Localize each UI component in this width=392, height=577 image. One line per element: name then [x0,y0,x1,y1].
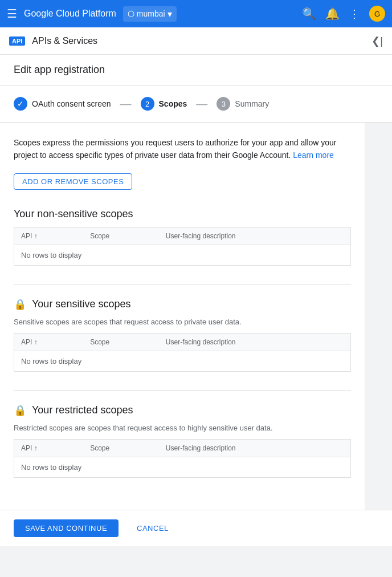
non-sensitive-table: API ↑ Scope User-facing description No r… [14,227,351,266]
top-nav: ☰ Google Cloud Platform ⬡ mumbai ▾ 🔍 🔔 ⋮… [0,0,392,27]
sensitive-description: Sensitive scopes are scopes that request… [14,318,351,326]
restricted-col-desc: User-facing description [159,439,351,457]
footer-buttons: SAVE AND CONTINUE CANCEL [0,510,392,546]
sensitive-col-api: API ↑ [14,333,84,351]
non-sensitive-col-api: API ↑ [14,227,84,245]
non-sensitive-col-desc: User-facing description [159,227,351,245]
sensitive-empty: No rows to display [14,351,351,371]
save-and-continue-button[interactable]: SAVE AND CONTINUE [14,519,119,537]
sensitive-title: 🔒 Your sensitive scopes [14,298,351,311]
stepper: ✓ OAuth consent screen — 2 Scopes — 3 Su… [0,86,392,123]
restricted-title: 🔒 Your restricted scopes [14,404,351,417]
content-area: Scopes express the permissions you reque… [0,123,365,510]
step-3: 3 Summary [217,97,269,111]
cancel-button[interactable]: CANCEL [125,519,180,537]
step-1-circle: ✓ [14,97,27,111]
more-icon[interactable]: ⋮ [349,7,360,21]
api-badge: API [9,36,25,46]
step-3-label: Summary [235,99,269,108]
secondary-nav-title: APIs & Services [32,36,365,46]
app-title: Google Cloud Platform [24,9,116,19]
menu-icon[interactable]: ☰ [7,7,17,21]
table-row: No rows to display [14,351,351,371]
project-selector[interactable]: ⬡ mumbai ▾ [123,6,177,22]
sensitive-table: API ↑ Scope User-facing description No r… [14,333,351,372]
step-3-circle: 3 [217,97,230,111]
restricted-section: 🔒 Your restricted scopes Restricted scop… [14,404,351,478]
non-sensitive-empty: No rows to display [14,245,351,265]
restricted-sort-icon[interactable]: ↑ [34,444,38,452]
lock-icon: 🔒 [14,298,26,311]
non-sensitive-section: Your non-sensitive scopes API ↑ Scope Us… [14,208,351,266]
project-name: mumbai [137,9,165,18]
table-row: No rows to display [14,245,351,265]
page-header: Edit app registration [0,55,392,86]
add-scopes-button[interactable]: ADD OR REMOVE SCOPES [14,173,132,190]
top-nav-icons: 🔍 🔔 ⋮ G [302,6,385,22]
restricted-table: API ↑ Scope User-facing description No r… [14,439,351,478]
sensitive-sort-icon[interactable]: ↑ [34,338,38,346]
restricted-col-api: API ↑ [14,439,84,457]
divider-1 [14,284,351,285]
divider-2 [14,390,351,391]
chevron-down-icon: ▾ [168,9,172,19]
step-2: 2 Scopes [141,97,187,111]
sort-icon[interactable]: ↑ [34,232,38,240]
sensitive-section: 🔒 Your sensitive scopes Sensitive scopes… [14,298,351,372]
secondary-nav: API APIs & Services ❮| [0,27,392,55]
collapse-panel-icon[interactable]: ❮| [371,35,383,47]
non-sensitive-col-scope: Scope [83,227,159,245]
restricted-empty: No rows to display [14,457,351,477]
table-row: No rows to display [14,457,351,477]
step-divider-2: — [194,97,210,111]
sensitive-col-scope: Scope [83,333,159,351]
scope-description: Scopes express the permissions you reque… [14,136,351,162]
sensitive-col-desc: User-facing description [159,333,351,351]
step-2-circle: 2 [141,97,154,111]
search-icon[interactable]: 🔍 [302,7,316,21]
step-2-label: Scopes [159,99,187,108]
non-sensitive-title: Your non-sensitive scopes [14,208,351,220]
bell-icon[interactable]: 🔔 [325,7,340,21]
avatar[interactable]: G [369,6,385,22]
step-1: ✓ OAuth consent screen [14,97,111,111]
restricted-description: Restricted scopes are scopes that reques… [14,424,351,432]
step-1-label: OAuth consent screen [32,99,111,108]
project-icon: ⬡ [128,9,134,18]
lock-icon-restricted: 🔒 [14,404,26,417]
page-title: Edit app registration [14,64,378,76]
learn-more-link[interactable]: Learn more [293,151,334,160]
restricted-col-scope: Scope [83,439,159,457]
step-divider-1: — [118,97,134,111]
